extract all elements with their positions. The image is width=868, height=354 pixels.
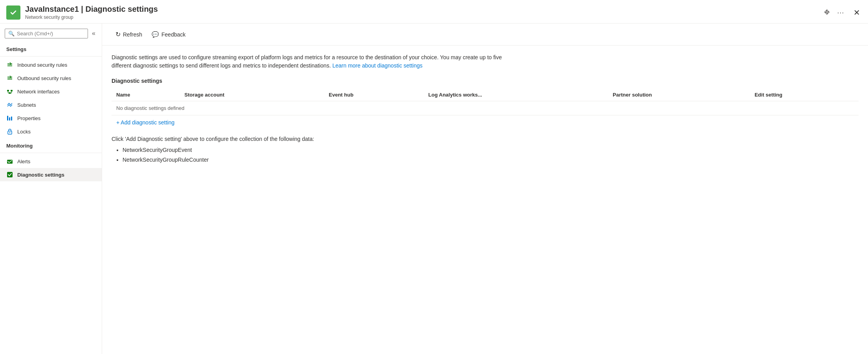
sidebar-item-subnets-label: Subnets xyxy=(17,102,36,108)
sidebar-item-diagnostic-settings[interactable]: Diagnostic settings xyxy=(0,168,102,181)
sidebar-item-outbound[interactable]: Outbound security rules xyxy=(0,71,102,85)
pin-button[interactable]: 🟈 xyxy=(822,7,832,18)
search-input[interactable] xyxy=(17,31,84,36)
collapse-sidebar-button[interactable]: « xyxy=(90,28,97,38)
empty-message: No diagnostic settings defined xyxy=(112,101,859,115)
table-header-row: Name Storage account Event hub Log Analy… xyxy=(112,89,859,101)
monitoring-section: Monitoring Alerts Diag xyxy=(0,138,102,181)
add-diagnostic-setting-link[interactable]: + Add diagnostic setting xyxy=(112,115,179,130)
bullet-item-2: NetworkSecurityGroupRuleCounter xyxy=(123,155,859,165)
diagnostic-settings-table: Name Storage account Event hub Log Analy… xyxy=(112,89,859,115)
header-titles: JavaInstance1 | Diagnostic settings Netw… xyxy=(25,5,817,20)
sidebar-item-inbound[interactable]: Inbound security rules xyxy=(0,58,102,71)
search-icon: 🔍 xyxy=(8,31,15,36)
click-note: Click 'Add Diagnostic setting' above to … xyxy=(112,136,859,142)
sidebar-item-network-interfaces[interactable]: Network interfaces xyxy=(0,85,102,98)
col-edit: Edit setting xyxy=(750,89,859,101)
sidebar-item-locks[interactable]: Locks xyxy=(0,125,102,138)
page-content: Diagnostic settings are used to configur… xyxy=(102,46,868,173)
sidebar-item-properties-label: Properties xyxy=(17,115,40,121)
properties-icon xyxy=(6,115,13,122)
svg-rect-8 xyxy=(11,90,13,91)
feedback-icon: 💬 xyxy=(152,31,159,38)
page-title: JavaInstance1 | Diagnostic settings xyxy=(25,5,817,14)
refresh-button[interactable]: ↻ Refresh xyxy=(112,28,146,40)
sidebar-item-inbound-label: Inbound security rules xyxy=(17,62,67,68)
bullet-item-1: NetworkSecurityGroupEvent xyxy=(123,145,859,155)
sidebar-item-subnets[interactable]: Subnets xyxy=(0,98,102,111)
settings-divider xyxy=(0,56,102,57)
svg-rect-15 xyxy=(9,117,10,120)
content-area: ↻ Refresh 💬 Feedback Diagnostic settings… xyxy=(102,24,868,354)
sidebar-item-network-interfaces-label: Network interfaces xyxy=(17,89,60,95)
sidebar-item-locks-label: Locks xyxy=(17,129,31,135)
bullet-list: NetworkSecurityGroupEvent NetworkSecurit… xyxy=(112,145,859,165)
search-box[interactable]: 🔍 xyxy=(5,29,88,38)
col-loganalytics: Log Analytics works... xyxy=(424,89,608,101)
col-name: Name xyxy=(112,89,180,101)
sidebar: 🔍 « Settings Inbound security rules xyxy=(0,24,102,354)
svg-rect-14 xyxy=(7,116,8,120)
learn-more-link[interactable]: Learn more about diagnostic settings xyxy=(332,62,423,69)
locks-icon xyxy=(6,128,13,135)
diagnostic-settings-icon xyxy=(6,171,13,178)
close-button[interactable]: ✕ xyxy=(852,6,862,19)
sidebar-item-outbound-label: Outbound security rules xyxy=(17,75,71,81)
subnets-icon xyxy=(6,101,13,108)
table-empty-row: No diagnostic settings defined xyxy=(112,101,859,115)
col-eventhub: Event hub xyxy=(324,89,424,101)
network-interfaces-icon xyxy=(6,88,13,95)
sidebar-item-alerts-label: Alerts xyxy=(17,159,30,164)
sidebar-search-area: 🔍 « xyxy=(0,24,102,42)
col-partner: Partner solution xyxy=(608,89,750,101)
svg-rect-7 xyxy=(7,90,9,91)
settings-section-label: Settings xyxy=(0,42,102,55)
inbound-icon xyxy=(6,61,13,68)
toolbar: ↻ Refresh 💬 Feedback xyxy=(102,24,868,46)
sidebar-item-alerts[interactable]: Alerts xyxy=(0,155,102,168)
header-actions: 🟈 ⋯ ✕ xyxy=(822,6,862,19)
feedback-button[interactable]: 💬 Feedback xyxy=(148,29,189,40)
sidebar-item-properties[interactable]: Properties xyxy=(0,111,102,125)
app-icon xyxy=(6,5,20,20)
diagnostic-settings-section-title: Diagnostic settings xyxy=(112,78,859,84)
settings-section: Settings Inbound security rules xyxy=(0,42,102,138)
svg-point-18 xyxy=(9,132,10,133)
monitoring-section-label: Monitoring xyxy=(0,138,102,151)
refresh-icon: ↻ xyxy=(115,31,121,38)
page-header: JavaInstance1 | Diagnostic settings Netw… xyxy=(0,0,868,24)
more-button[interactable]: ⋯ xyxy=(835,7,846,18)
page-subtitle: Network security group xyxy=(25,15,817,20)
description-text: Diagnostic settings are used to configur… xyxy=(112,53,504,70)
outbound-icon xyxy=(6,75,13,82)
alerts-icon xyxy=(6,158,13,165)
col-storage: Storage account xyxy=(180,89,324,101)
sidebar-item-diagnostic-settings-label: Diagnostic settings xyxy=(17,172,64,178)
main-layout: 🔍 « Settings Inbound security rules xyxy=(0,24,868,354)
refresh-label: Refresh xyxy=(123,31,142,38)
svg-rect-16 xyxy=(11,117,12,120)
feedback-label: Feedback xyxy=(161,31,185,38)
monitoring-divider xyxy=(0,153,102,153)
